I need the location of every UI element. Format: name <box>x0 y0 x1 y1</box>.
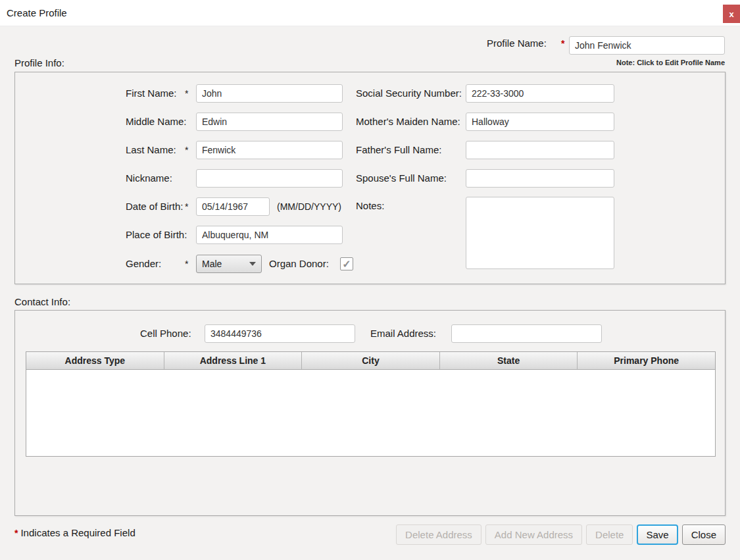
notes-label: Notes: <box>356 197 384 215</box>
delete-address-button[interactable]: Delete Address <box>396 524 481 545</box>
date-of-birth-required-asterisk: * <box>185 197 188 216</box>
last-name-required-asterisk: * <box>185 141 188 159</box>
titlebar: Create Profile x <box>0 0 740 26</box>
last-name-label: Last Name: <box>126 141 176 159</box>
add-new-address-button[interactable]: Add New Address <box>485 524 582 545</box>
nickname-label: Nickname: <box>126 169 172 188</box>
middle-name-input[interactable] <box>196 113 343 131</box>
ssn-input[interactable] <box>466 84 614 103</box>
fathers-full-name-label: Father's Full Name: <box>356 141 441 159</box>
cell-phone-input[interactable] <box>205 324 355 343</box>
address-table-body <box>26 370 715 456</box>
mothers-maiden-name-input[interactable] <box>466 113 614 131</box>
place-of-birth-label: Place of Birth: <box>126 226 187 244</box>
column-header-address-type[interactable]: Address Type <box>26 352 164 369</box>
gender-dropdown[interactable]: Male <box>196 255 262 273</box>
profile-name-note: Note: Click to Edit Profile Name <box>567 59 725 66</box>
gender-selected-value: Male <box>202 259 222 269</box>
column-header-address-line1[interactable]: Address Line 1 <box>164 352 303 369</box>
column-header-primary-phone[interactable]: Primary Phone <box>578 352 715 369</box>
date-format-hint: (MM/DD/YYYY) <box>277 197 341 216</box>
fathers-full-name-input[interactable] <box>466 141 614 159</box>
profile-info-panel: First Name: * Middle Name: Last Name: * … <box>14 72 726 284</box>
email-address-label: Email Address: <box>370 324 436 343</box>
first-name-input[interactable] <box>196 84 343 103</box>
titlebar-close-button[interactable]: x <box>723 5 740 23</box>
required-note-asterisk: * <box>14 528 18 538</box>
gender-required-asterisk: * <box>185 255 188 273</box>
cell-phone-label: Cell Phone: <box>140 324 191 343</box>
required-note-text: Indicates a Required Field <box>20 527 135 538</box>
first-name-required-asterisk: * <box>185 84 188 103</box>
contact-info-section-label: Contact Info: <box>14 296 70 307</box>
place-of-birth-input[interactable] <box>196 226 343 244</box>
footer-close-button[interactable]: Close <box>682 524 726 545</box>
notes-textarea[interactable] <box>466 197 614 269</box>
profile-name-input[interactable] <box>569 36 725 55</box>
date-of-birth-input[interactable] <box>196 197 270 216</box>
nickname-input[interactable] <box>196 169 343 188</box>
required-field-note: *Indicates a Required Field <box>14 527 136 538</box>
address-table-header: Address Type Address Line 1 City State P… <box>26 352 715 370</box>
delete-button[interactable]: Delete <box>586 524 633 545</box>
dialog-title: Create Profile <box>7 0 67 26</box>
profile-name-label: Profile Name: <box>487 38 547 49</box>
profile-info-section-label: Profile Info: <box>14 57 64 68</box>
email-address-input[interactable] <box>451 324 602 343</box>
column-header-city[interactable]: City <box>302 352 440 369</box>
middle-name-label: Middle Name: <box>126 113 187 131</box>
contact-info-panel: Cell Phone: Email Address: Address Type … <box>14 310 726 516</box>
footer-button-row: Delete Address Add New Address Delete Sa… <box>396 524 726 545</box>
spouses-full-name-input[interactable] <box>466 169 614 188</box>
date-of-birth-label: Date of Birth: <box>126 197 184 216</box>
chevron-down-icon <box>249 262 256 266</box>
column-header-state[interactable]: State <box>440 352 578 369</box>
address-table: Address Type Address Line 1 City State P… <box>26 351 716 457</box>
close-icon: x <box>729 9 733 19</box>
save-button[interactable]: Save <box>637 524 678 545</box>
first-name-label: First Name: <box>126 84 177 103</box>
profile-name-required-asterisk: * <box>561 38 564 49</box>
organ-donor-label: Organ Donor: <box>269 255 329 273</box>
organ-donor-checkbox[interactable]: ✓ <box>340 257 353 270</box>
ssn-label: Social Security Number: <box>356 84 462 103</box>
gender-label: Gender: <box>126 255 161 273</box>
last-name-input[interactable] <box>196 141 343 159</box>
mothers-maiden-name-label: Mother's Maiden Name: <box>356 113 460 131</box>
checkmark-icon: ✓ <box>342 258 351 270</box>
spouses-full-name-label: Spouse's Full Name: <box>356 169 447 188</box>
